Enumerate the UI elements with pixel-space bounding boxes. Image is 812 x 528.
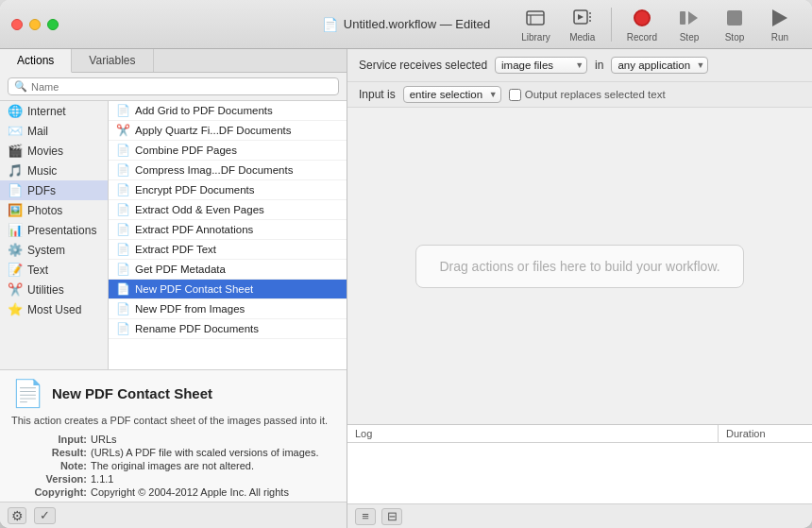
cat-photos[interactable]: 🖼️ Photos	[0, 200, 108, 220]
output-checkbox[interactable]	[509, 89, 521, 101]
stop-button[interactable]: Stop	[714, 2, 755, 46]
search-icon: 🔍	[14, 80, 27, 93]
maximize-button[interactable]	[47, 19, 59, 30]
movies-icon: 🎬	[8, 144, 23, 158]
tab-actions[interactable]: Actions	[0, 49, 72, 73]
action-compress[interactable]: 📄 Compress Imag...DF Documents	[109, 161, 347, 180]
cat-pdfs[interactable]: 📄 PDFs	[0, 180, 108, 200]
action-extract-odd[interactable]: 📄 Extract Odd & Even Pages	[109, 200, 347, 220]
action-add-grid-icon: 📄	[116, 104, 130, 117]
tab-variables[interactable]: Variables	[72, 49, 153, 72]
service-bar: Service receives selected image files te…	[347, 49, 812, 82]
photos-icon: 🖼️	[8, 203, 23, 217]
music-icon: 🎵	[8, 163, 23, 178]
cat-mail[interactable]: ✉️ Mail	[0, 121, 108, 141]
toolbar-buttons: Library Media R	[514, 2, 801, 46]
svg-rect-8	[680, 11, 685, 25]
category-list: 🌐 Internet ✉️ Mail 🎬 Movies 🎵 Music	[0, 101, 109, 369]
record-button[interactable]: Record	[619, 2, 665, 46]
action-new-contact-icon: 📄	[116, 282, 130, 296]
action-encrypt-icon: 📄	[116, 183, 130, 196]
search-input[interactable]	[31, 81, 332, 93]
library-button[interactable]: Library	[514, 2, 558, 46]
action-list: 📄 Add Grid to PDF Documents ✂️ Apply Qua…	[109, 101, 347, 369]
action-extract-text[interactable]: 📄 Extract PDF Text	[109, 240, 347, 260]
input-select[interactable]: entire selection no input	[403, 86, 501, 103]
input-is-label: Input is	[359, 88, 396, 101]
cat-utilities-label: Utilities	[27, 283, 64, 297]
step-button[interactable]: Step	[668, 2, 710, 46]
log-content	[347, 443, 812, 503]
cat-internet-label: Internet	[27, 105, 66, 118]
log-header: Log Duration	[347, 425, 812, 443]
run-button[interactable]: Run	[759, 2, 801, 46]
service-select[interactable]: image files text files or folders PDF fi…	[495, 57, 587, 74]
detail-footer: ⚙ ✓	[0, 502, 347, 528]
svg-marker-7	[578, 14, 584, 20]
record-label: Record	[627, 32, 657, 43]
library-label: Library	[521, 32, 550, 43]
workflow-area[interactable]: Drag actions or files here to build your…	[347, 108, 812, 424]
left-panel: Actions Variables 🔍 🌐 Internet	[0, 49, 347, 528]
system-icon: ⚙️	[8, 243, 23, 257]
cat-utilities[interactable]: ✂️ Utilities	[0, 280, 108, 299]
output-label: Output replaces selected text	[525, 89, 666, 100]
detail-description: This action creates a PDF contact sheet …	[11, 414, 335, 428]
cat-presentations-label: Presentations	[27, 224, 96, 237]
action-new-from-images[interactable]: 📄 New PDF from Images	[109, 299, 347, 319]
duration-col-label: Duration	[718, 425, 812, 442]
cat-most-used[interactable]: ⭐ Most Used	[0, 299, 108, 319]
action-get-meta-icon: 📄	[116, 263, 130, 276]
action-encrypt[interactable]: 📄 Encrypt PDF Documents	[109, 180, 347, 200]
action-rename[interactable]: 📄 Rename PDF Documents	[109, 319, 347, 339]
action-new-contact-label: New PDF Contact Sheet	[135, 283, 253, 295]
log-detail-view-button[interactable]: ⊟	[381, 508, 402, 525]
content-area: Actions Variables 🔍 🌐 Internet	[0, 49, 812, 528]
run-icon	[768, 6, 792, 30]
result-meta-label: Result:	[11, 447, 87, 458]
internet-icon: 🌐	[8, 104, 23, 118]
cat-mail-label: Mail	[27, 125, 48, 138]
cat-presentations[interactable]: 📊 Presentations	[0, 220, 108, 240]
cat-text[interactable]: 📝 Text	[0, 260, 108, 280]
cat-music[interactable]: 🎵 Music	[0, 161, 108, 180]
action-compress-icon: 📄	[116, 163, 130, 177]
main-window: 📄 Untitled.workflow — Edited Library	[0, 0, 812, 528]
action-apply-quartz-label: Apply Quartz Fi...DF Documents	[135, 125, 292, 136]
output-checkbox-label: Output replaces selected text	[509, 89, 666, 101]
action-extract-annot[interactable]: 📄 Extract PDF Annotations	[109, 220, 347, 240]
tab-bar: Actions Variables	[0, 49, 347, 73]
result-meta-value: (URLs) A PDF file with scaled versions o…	[91, 447, 335, 458]
action-add-grid-label: Add Grid to PDF Documents	[135, 105, 273, 116]
action-combine-icon: 📄	[116, 144, 130, 157]
input-meta-value: URLs	[91, 434, 335, 445]
close-button[interactable]	[11, 19, 23, 30]
detail-settings-button[interactable]: ⚙	[8, 507, 26, 524]
detail-check-button[interactable]: ✓	[34, 507, 56, 524]
cat-system[interactable]: ⚙️ System	[0, 240, 108, 260]
cat-music-label: Music	[27, 164, 57, 178]
service-select-wrap: image files text files or folders PDF fi…	[495, 57, 587, 74]
split-pane: 🌐 Internet ✉️ Mail 🎬 Movies 🎵 Music	[0, 101, 347, 369]
search-wrap: 🔍	[8, 77, 339, 95]
app-select[interactable]: any application Finder Safari Mail	[611, 57, 708, 74]
stop-label: Stop	[725, 32, 745, 43]
media-label: Media	[569, 32, 595, 43]
action-get-meta[interactable]: 📄 Get PDF Metadata	[109, 260, 347, 280]
action-add-grid[interactable]: 📄 Add Grid to PDF Documents	[109, 101, 347, 121]
service-receives-label: Service receives selected	[359, 59, 487, 72]
action-combine[interactable]: 📄 Combine PDF Pages	[109, 141, 347, 161]
media-button[interactable]: Media	[562, 2, 603, 46]
step-label: Step	[680, 32, 700, 43]
cat-movies-label: Movies	[27, 145, 63, 158]
app-select-wrap: any application Finder Safari Mail ▼	[611, 57, 708, 74]
action-apply-quartz[interactable]: ✂️ Apply Quartz Fi...DF Documents	[109, 121, 347, 141]
log-col-label: Log	[347, 425, 718, 442]
action-new-contact-sheet[interactable]: 📄 New PDF Contact Sheet	[109, 280, 347, 299]
cat-internet[interactable]: 🌐 Internet	[0, 101, 108, 121]
step-icon	[677, 6, 702, 30]
log-list-view-button[interactable]: ≡	[355, 508, 376, 525]
window-title: Untitled.workflow — Edited	[344, 17, 490, 31]
minimize-button[interactable]	[29, 19, 41, 30]
cat-movies[interactable]: 🎬 Movies	[0, 141, 108, 161]
